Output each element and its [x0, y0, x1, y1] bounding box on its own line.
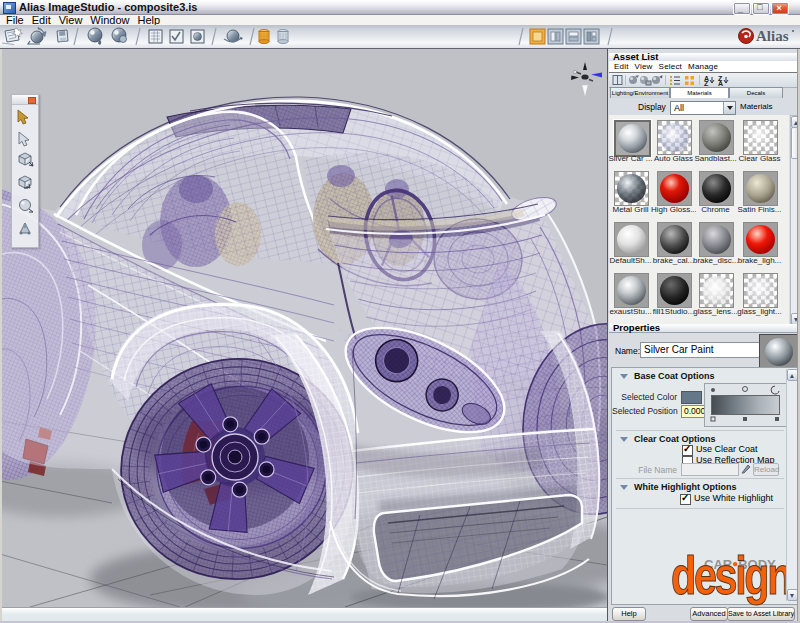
svg-text:Z: Z [704, 80, 709, 87]
svg-text:Alias: Alias [756, 28, 789, 44]
svg-text:A: A [718, 80, 723, 87]
